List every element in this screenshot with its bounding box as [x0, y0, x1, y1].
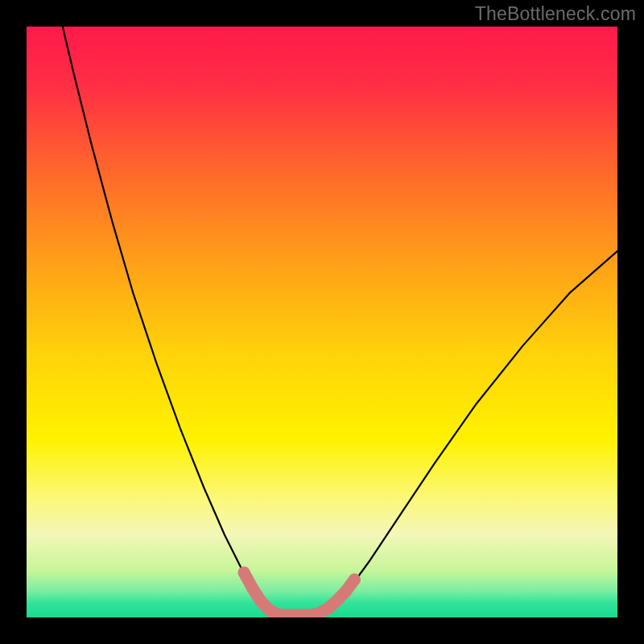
- svg-point-7: [267, 609, 279, 621]
- svg-point-3: [254, 595, 266, 607]
- svg-point-13: [340, 585, 352, 597]
- svg-point-12: [331, 595, 343, 607]
- plot-background: [27, 27, 617, 617]
- svg-point-2: [246, 582, 258, 594]
- chart-stage: TheBottleneck.com: [0, 0, 644, 644]
- svg-point-14: [349, 574, 361, 586]
- watermark-text: TheBottleneck.com: [475, 3, 636, 25]
- chart-svg: [0, 0, 644, 644]
- svg-point-1: [238, 567, 250, 579]
